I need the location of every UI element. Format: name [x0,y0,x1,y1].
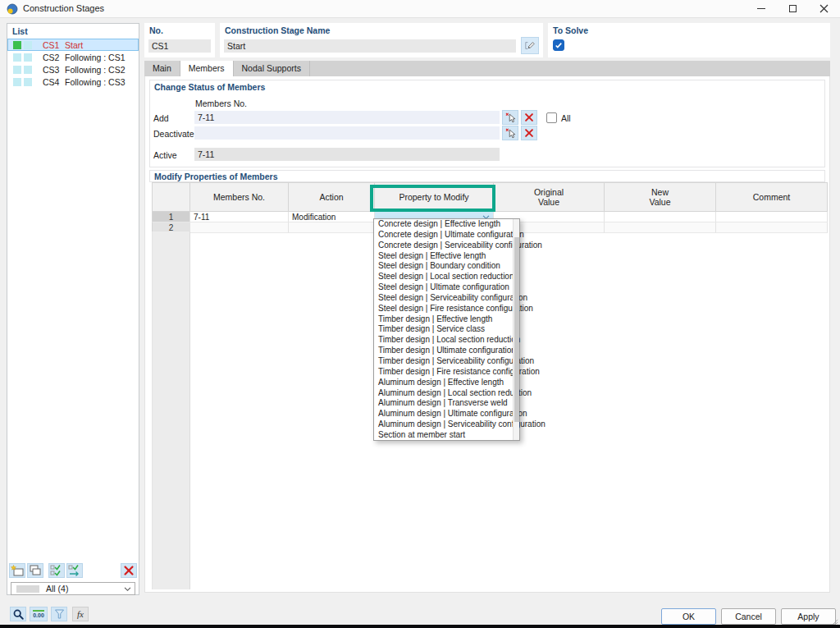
dropdown-option[interactable]: Aluminum design | Local section reductio… [374,388,513,399]
dropdown-option[interactable]: Concrete design | Effective length [374,219,513,230]
ok-button[interactable]: OK [661,608,716,625]
table-gutter-column [152,231,190,589]
dropdown-scrollbar[interactable] [513,219,519,440]
dropdown-option[interactable]: Aluminum design | Transverse weld [374,398,513,409]
dropdown-option[interactable]: Steel design | Serviceability configurat… [374,293,513,304]
list-title: List [12,26,28,36]
add-clear-button[interactable] [521,110,537,125]
header-gutter [152,183,190,211]
tab[interactable]: Main [144,61,180,76]
stage-filter-select[interactable]: All (4) [11,582,135,595]
check-toggle-icon [67,564,82,577]
list-item[interactable]: CS1 Start [7,39,139,51]
fx-icon: fx [77,609,84,619]
cell-action[interactable]: Modification [289,212,375,222]
status-square-1 [13,66,21,74]
decimal-places-button[interactable]: 0.00 [30,607,48,621]
cell-comment[interactable] [716,222,828,233]
modify-properties-section-header: Modify Properties of Members [149,170,825,182]
toggle-solve-button[interactable] [66,563,83,578]
dropdown-option[interactable]: Timber design | Local section reduction [374,335,513,346]
cell-new-value[interactable] [605,222,716,233]
close-button[interactable] [809,0,838,17]
stage-label: Following : CS2 [65,65,126,75]
list-item[interactable]: CS3 Following : CS2 [7,63,139,76]
modify-properties-title: Modify Properties of Members [154,172,278,181]
dropdown-option[interactable]: Steel design | Effective length [374,251,513,262]
dropdown-option[interactable]: Steel design | Boundary condition [374,261,513,272]
dropdown-option[interactable]: Aluminum design | Ultimate configuration [374,409,513,419]
stage-label: Start [65,40,83,50]
delete-icon [122,564,135,577]
new-stage-button[interactable] [9,563,25,578]
apply-button[interactable]: Apply [781,608,836,625]
tab-strip: Main Members Nodal Supports [144,61,830,76]
deactivate-clear-button[interactable] [521,126,537,140]
dropdown-option[interactable]: Steel design | Local section reduction [374,272,513,282]
dropdown-option[interactable]: Concrete design | Ultimate configuration [374,230,513,241]
cell-new-value[interactable] [605,212,716,222]
dropdown-option[interactable]: Aluminum design | Serviceability configu… [374,419,513,430]
dropdown-option[interactable]: Timber design | Effective length [374,314,513,325]
filter-button[interactable] [51,607,67,621]
status-square-2 [24,78,32,86]
cell-members-no[interactable] [190,222,289,233]
pencil-icon [524,40,536,51]
list-item[interactable]: CS2 Following : CS1 [7,51,139,63]
tab[interactable]: Nodal Supports [234,61,310,76]
minimize-button[interactable] [746,0,776,17]
add-members-input[interactable]: 7-11 [194,111,500,124]
pointer-select-icon [504,112,516,123]
tab[interactable]: Members [180,61,234,76]
window-title: Construction Stages [23,3,104,13]
stage-list: CS1 Start CS2 Following : CS1 CS3 Follow… [7,39,139,88]
dropdown-option[interactable]: Timber design | Serviceability configura… [374,356,513,367]
copy-stage-button[interactable] [27,563,43,578]
name-card: Construction Stage Name Start [220,23,543,57]
scrollbar-thumb[interactable] [514,237,519,422]
decimal-places-icon: 0.00 [33,610,44,618]
chevron-down-icon [124,587,131,592]
status-square-1 [13,53,21,62]
pick-object-button[interactable] [10,607,26,621]
list-item[interactable]: CS4 Following : CS3 [7,76,139,88]
formula-button[interactable]: fx [72,607,89,621]
row-number: 1 [152,212,190,222]
dropdown-option[interactable]: Concrete design | Serviceability configu… [374,241,513,251]
no-value-field: CS1 [148,39,211,53]
dropdown-option[interactable]: Steel design | Ultimate configuration [374,282,513,293]
dropdown-option[interactable]: Section at member start [374,430,513,441]
header-action: Action [289,183,375,211]
to-solve-checkbox[interactable] [553,39,564,51]
maximize-icon [789,5,797,12]
minimize-icon [757,8,765,9]
add-pick-button[interactable] [502,110,518,125]
rename-button[interactable] [521,37,539,54]
tab-label: Nodal Supports [242,63,301,73]
cell-comment[interactable] [716,212,828,222]
dropdown-option[interactable]: Steel design | Fire resistance configura… [374,304,513,314]
clear-icon [523,112,535,123]
status-square-1 [13,78,21,86]
no-card: No. CS1 [144,23,215,57]
all-checkbox[interactable] [546,112,557,123]
dropdown-option[interactable]: Timber design | Service class [374,324,513,335]
dropdown-option[interactable]: Timber design | Fire resistance configur… [374,367,513,378]
solve-all-button[interactable] [48,563,65,578]
cell-members-no[interactable]: 7-11 [190,212,289,222]
filter-value: All (4) [46,584,68,594]
property-dropdown: Concrete design | Effective lengthConcre… [373,218,520,441]
header-comment: Comment [716,183,828,211]
stage-name-input[interactable]: Start [224,39,516,53]
cancel-button[interactable]: Cancel [721,608,776,625]
stage-id: CS1 [43,40,65,50]
dropdown-option[interactable]: Aluminum design | Effective length [374,378,513,388]
deactivate-members-input[interactable] [194,126,500,140]
members-no-column-label: Members No. [195,99,247,108]
dropdown-option[interactable]: Timber design | Ultimate configuration [374,346,513,356]
to-solve-card: To Solve [548,23,830,57]
cell-action[interactable] [289,222,375,233]
maximize-button[interactable] [778,0,807,17]
deactivate-pick-button[interactable] [502,126,518,140]
delete-stage-button[interactable] [121,563,137,578]
